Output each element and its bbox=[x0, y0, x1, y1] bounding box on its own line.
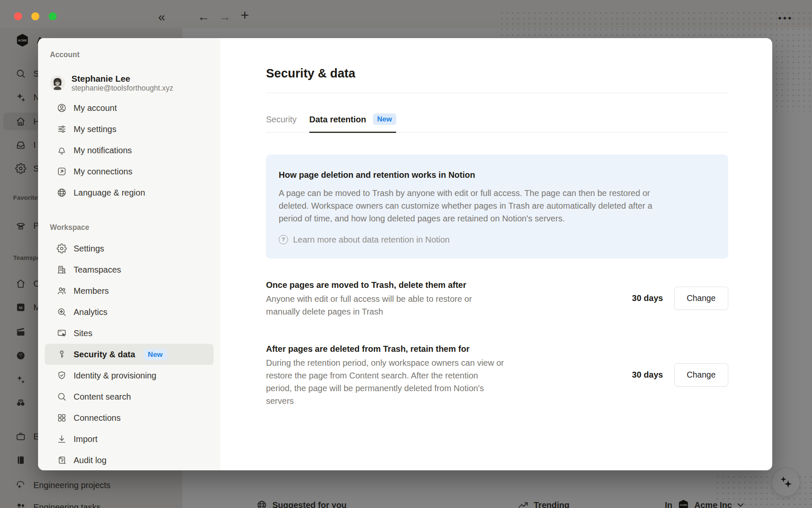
bell-icon bbox=[57, 145, 67, 155]
new-badge: New bbox=[373, 113, 396, 125]
setting-description-line: During the retention period, only worksp… bbox=[266, 356, 524, 369]
retention-info-callout: How page deletion and retention works in… bbox=[266, 155, 728, 259]
new-badge: New bbox=[144, 349, 167, 360]
setting-title: After pages are deleted from Trash, reta… bbox=[266, 342, 524, 355]
nav-label: Teamspaces bbox=[74, 265, 121, 275]
settings-nav-audit-log[interactable]: Audit log bbox=[45, 450, 214, 470]
nav-label: Language & region bbox=[74, 188, 145, 198]
settings-nav-my-connections[interactable]: My connections bbox=[45, 161, 214, 182]
callout-title: How page deletion and retention works in… bbox=[279, 169, 716, 180]
setting-description-line: Anyone with edit or full access will be … bbox=[266, 293, 524, 305]
avatar bbox=[50, 75, 65, 91]
settings-nav-settings[interactable]: Settings bbox=[45, 238, 214, 259]
settings-nav-my-account[interactable]: My account bbox=[45, 97, 214, 119]
magnifier-icon bbox=[57, 392, 67, 402]
learn-more-link[interactable]: ? Learn more about data retention in Not… bbox=[279, 235, 450, 245]
nav-label: Sites bbox=[74, 328, 92, 339]
browser-cursor-icon bbox=[57, 328, 67, 338]
title-divider bbox=[266, 93, 728, 93]
callout-body: A page can be moved to Trash by anyone w… bbox=[279, 187, 716, 225]
setting-description: During the retention period, only worksp… bbox=[266, 356, 524, 407]
settings-nav-analytics[interactable]: Analytics bbox=[45, 301, 214, 323]
settings-nav-identity-provisioning[interactable]: Identity & provisioning bbox=[45, 365, 214, 386]
callout-body-line: deleted. Workspace owners can customize … bbox=[279, 199, 716, 212]
settings-nav-connections[interactable]: Connections bbox=[45, 407, 214, 428]
nav-label: Identity & provisioning bbox=[74, 370, 156, 381]
settings-modal: Account Stephanie Le bbox=[38, 38, 772, 470]
sliders-icon bbox=[57, 124, 67, 134]
user-email: stephanie@toolsforthought.xyz bbox=[71, 84, 173, 93]
nav-label: My connections bbox=[74, 166, 132, 177]
nav-label: My notifications bbox=[74, 145, 132, 156]
retention-value: 30 days bbox=[632, 293, 663, 303]
building-icon bbox=[57, 265, 67, 275]
settings-content: Security & data Security Data retention … bbox=[220, 38, 772, 470]
settings-nav-content-search[interactable]: Content search bbox=[45, 386, 214, 407]
settings-nav-sites[interactable]: Sites bbox=[45, 323, 214, 344]
people-icon bbox=[57, 286, 67, 296]
setting-description-line: period, the page will be permanently del… bbox=[266, 382, 524, 395]
nav-label: My settings bbox=[74, 124, 116, 135]
close-window-button[interactable] bbox=[14, 12, 22, 20]
settings-sidebar: Account Stephanie Le bbox=[38, 38, 220, 470]
setting-description: Anyone with edit or full access will be … bbox=[266, 293, 524, 318]
arrow-up-right-box-icon bbox=[57, 166, 67, 177]
setting-title: Once pages are moved to Trash, delete th… bbox=[266, 279, 524, 291]
settings-nav-members[interactable]: Members bbox=[45, 280, 214, 301]
retention-value: 30 days bbox=[632, 370, 663, 380]
screen: « ← → + ••• ACME A S N H I S Fa bbox=[0, 0, 812, 508]
change-button[interactable]: Change bbox=[674, 363, 728, 387]
tab-bar: Security Data retention New bbox=[266, 113, 728, 133]
tab-security[interactable]: Security bbox=[266, 113, 296, 132]
zoom-window-button[interactable] bbox=[49, 12, 57, 20]
magnifier-sparkle-icon bbox=[57, 307, 67, 317]
learn-more-label: Learn more about data retention in Notio… bbox=[293, 235, 450, 245]
setting-description-line: manually delete pages in Trash bbox=[266, 305, 524, 318]
nav-label: My account bbox=[74, 103, 117, 113]
scroll-icon bbox=[57, 455, 67, 465]
minimize-window-button[interactable] bbox=[31, 12, 39, 20]
nav-label: Settings bbox=[74, 243, 104, 254]
download-icon bbox=[57, 434, 67, 444]
tab-data-retention[interactable]: Data retention New bbox=[309, 113, 396, 132]
person-circle-icon bbox=[57, 103, 67, 113]
settings-nav-security-data[interactable]: Security & data New bbox=[45, 344, 214, 365]
setting-description-line: servers bbox=[266, 395, 524, 407]
window-controls bbox=[14, 12, 57, 20]
question-mark-icon: ? bbox=[279, 235, 288, 244]
change-button[interactable]: Change bbox=[674, 287, 728, 310]
nav-label: Analytics bbox=[74, 307, 107, 318]
settings-nav-my-settings[interactable]: My settings bbox=[45, 119, 214, 140]
settings-nav-my-notifications[interactable]: My notifications bbox=[45, 140, 214, 161]
nav-label: Audit log bbox=[74, 455, 107, 466]
user-name: Stephanie Lee bbox=[71, 73, 173, 84]
callout-body-line: A page can be moved to Trash by anyone w… bbox=[279, 187, 716, 199]
globe-icon bbox=[57, 188, 67, 198]
retention-period-setting-row: After pages are deleted from Trash, reta… bbox=[266, 342, 728, 407]
settings-nav-language-region[interactable]: Language & region bbox=[45, 182, 214, 203]
nav-label: Content search bbox=[74, 392, 131, 402]
setting-description-line: restore the page from Content search. Af… bbox=[266, 369, 524, 382]
page-title: Security & data bbox=[266, 65, 728, 81]
nav-label: Import bbox=[74, 434, 98, 444]
key-icon bbox=[57, 349, 67, 359]
account-section-label: Account bbox=[50, 50, 220, 59]
shield-check-icon bbox=[57, 370, 67, 381]
nav-label: Connections bbox=[74, 413, 121, 423]
user-account-row[interactable]: Stephanie Lee stephanie@toolsforthought.… bbox=[45, 73, 214, 93]
workspace-section-label: Workspace bbox=[50, 223, 220, 232]
grid-icon bbox=[57, 413, 67, 423]
nav-label: Members bbox=[74, 286, 109, 296]
trash-deletion-setting-row: Once pages are moved to Trash, delete th… bbox=[266, 279, 728, 318]
settings-nav-import[interactable]: Import bbox=[45, 428, 214, 450]
gear-icon bbox=[57, 243, 67, 254]
callout-body-line: period of time, and how long deleted pag… bbox=[279, 212, 716, 225]
tab-label: Data retention bbox=[309, 114, 366, 125]
nav-label: Security & data bbox=[74, 349, 135, 360]
settings-nav-teamspaces[interactable]: Teamspaces bbox=[45, 259, 214, 280]
